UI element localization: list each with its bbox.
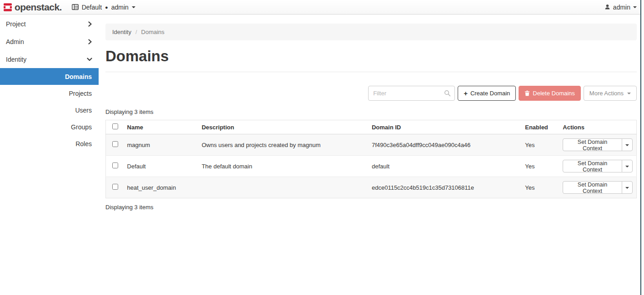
- cell-description: Owns users and projects created by magnu…: [198, 134, 368, 156]
- cell-enabled: Yes: [521, 177, 559, 198]
- caret-down-icon: [627, 93, 631, 94]
- sidebar-item-groups[interactable]: Groups: [0, 118, 99, 135]
- breadcrumb: Identity / Domains: [105, 24, 637, 40]
- chevron-right-icon: [88, 39, 92, 44]
- row-actions-dropdown-toggle[interactable]: [622, 160, 633, 172]
- sidebar-nav: Project Admin Identity Domains Projects …: [0, 15, 99, 152]
- user-icon: [604, 4, 610, 10]
- filter-input[interactable]: [368, 86, 455, 101]
- set-domain-context-button[interactable]: Set Domain Context: [563, 181, 622, 194]
- page-title: Domains: [105, 48, 637, 65]
- sidebar-item-label: Groups: [71, 123, 92, 131]
- switcher-domain-label: Default: [82, 4, 102, 11]
- breadcrumb-identity-link[interactable]: Identity: [112, 29, 131, 35]
- cell-description: The default domain: [198, 156, 368, 177]
- column-header-description: Description: [198, 120, 368, 134]
- items-count-top: Displaying 3 items: [105, 108, 637, 115]
- table-toolbar: + Create Domain Delete Domains More Acti…: [105, 86, 637, 101]
- delete-domains-label: Delete Domains: [533, 90, 575, 97]
- set-domain-context-button[interactable]: Set Domain Context: [563, 160, 622, 172]
- switcher-project-label: admin: [111, 4, 129, 11]
- openstack-logo-icon: [4, 3, 12, 11]
- caret-down-icon: [633, 6, 637, 8]
- sidebar-item-label: Identity: [6, 56, 26, 63]
- trash-icon: [524, 90, 530, 96]
- sidebar-item-label: Users: [75, 107, 92, 114]
- sidebar-item-project[interactable]: Project: [0, 15, 99, 33]
- sidebar-item-label: Project: [6, 20, 26, 28]
- column-header-enabled: Enabled: [521, 120, 559, 134]
- cell-description: [198, 177, 368, 198]
- cell-name: heat_user_domain: [124, 177, 198, 198]
- brand-wordmark: openstack.: [15, 2, 62, 13]
- openstack-brand[interactable]: openstack.: [4, 2, 62, 13]
- title-divider: [105, 72, 637, 72]
- caret-down-icon: [625, 187, 629, 189]
- table-row: Default The default domain default Yes S…: [106, 156, 637, 177]
- sidebar-item-label: Roles: [75, 140, 92, 148]
- set-domain-context-button[interactable]: Set Domain Context: [563, 138, 622, 151]
- table-row: magnum Owns users and projects created b…: [106, 134, 637, 156]
- table-row: heat_user_domain edce0115c2cc4b519c1c35d…: [106, 177, 637, 198]
- chevron-down-icon: [87, 57, 92, 62]
- plus-icon: +: [464, 90, 468, 97]
- cell-name: Default: [124, 156, 198, 177]
- caret-down-icon: [625, 166, 629, 167]
- chevron-right-icon: [88, 21, 92, 27]
- sidebar-item-domains[interactable]: Domains: [0, 68, 99, 85]
- main-content: Identity / Domains Domains + Create Doma…: [105, 15, 637, 211]
- sidebar-item-identity[interactable]: Identity: [0, 50, 99, 68]
- domains-table: Name Description Domain ID Enabled Actio…: [105, 120, 637, 198]
- row-actions-dropdown-toggle[interactable]: [622, 181, 633, 194]
- items-count-bottom: Displaying 3 items: [105, 204, 637, 211]
- row-checkbox[interactable]: [112, 162, 118, 168]
- sidebar-item-roles[interactable]: Roles: [0, 135, 99, 152]
- delete-domains-button[interactable]: Delete Domains: [519, 86, 581, 101]
- select-all-checkbox[interactable]: [112, 123, 118, 129]
- row-checkbox[interactable]: [112, 184, 118, 190]
- cell-domain-id: edce0115c2cc4b519c1c35d73106811e: [368, 177, 521, 198]
- projects-table-icon: [72, 4, 79, 10]
- window-edge-gutter: [641, 0, 644, 295]
- sidebar-item-label: Admin: [6, 38, 24, 45]
- row-actions: Set Domain Context: [563, 138, 633, 151]
- more-actions-button[interactable]: More Actions: [584, 86, 637, 101]
- cell-enabled: Yes: [521, 134, 559, 156]
- switcher-separator: ●: [105, 5, 108, 10]
- cell-domain-id: default: [368, 156, 521, 177]
- sidebar-item-users[interactable]: Users: [0, 102, 99, 118]
- column-header-domain-id: Domain ID: [368, 120, 521, 134]
- more-actions-label: More Actions: [589, 90, 624, 97]
- user-menu-label: admin: [613, 4, 630, 11]
- sidebar-item-label: Domains: [65, 73, 92, 80]
- caret-down-icon: [625, 144, 629, 146]
- sidebar-item-label: Projects: [69, 90, 92, 97]
- row-actions: Set Domain Context: [563, 181, 633, 194]
- breadcrumb-current: Domains: [141, 29, 165, 35]
- sidebar-item-admin[interactable]: Admin: [0, 33, 99, 50]
- column-header-name: Name: [124, 120, 198, 134]
- table-header-row: Name Description Domain ID Enabled Actio…: [106, 120, 637, 134]
- row-actions: Set Domain Context: [563, 160, 633, 172]
- breadcrumb-separator: /: [135, 29, 137, 35]
- sidebar-item-projects[interactable]: Projects: [0, 85, 99, 102]
- domain-project-switcher[interactable]: Default ● admin: [72, 4, 135, 11]
- user-menu[interactable]: admin: [604, 4, 639, 11]
- cell-enabled: Yes: [521, 156, 559, 177]
- search-icon: [444, 90, 451, 97]
- row-checkbox[interactable]: [112, 141, 118, 147]
- caret-down-icon: [132, 6, 135, 8]
- filter-field-wrap: [368, 86, 455, 101]
- create-domain-label: Create Domain: [470, 90, 510, 97]
- row-actions-dropdown-toggle[interactable]: [622, 138, 633, 151]
- top-navbar: openstack. Default ● admin admin: [0, 0, 644, 15]
- create-domain-button[interactable]: + Create Domain: [458, 86, 516, 101]
- cell-name: magnum: [124, 134, 198, 156]
- column-header-actions: Actions: [559, 120, 636, 134]
- cell-domain-id: 7f490c3e65a04dff9cc049ae090c4a46: [368, 134, 521, 156]
